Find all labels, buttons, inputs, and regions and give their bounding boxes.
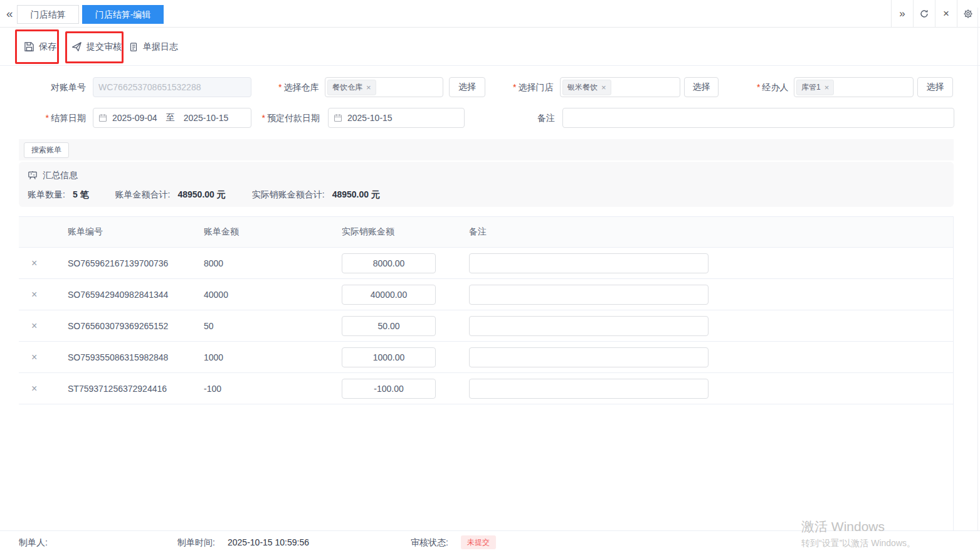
search-bills-button[interactable]: 搜索账单 xyxy=(24,142,69,158)
required-asterisk: * xyxy=(278,82,282,92)
refresh-icon[interactable] xyxy=(913,0,935,28)
pay-date-picker[interactable]: 2025-10-15 xyxy=(328,108,465,128)
tab-label: 门店结算 xyxy=(31,9,66,19)
date-range-separator: 至 xyxy=(166,112,175,124)
handler-field[interactable]: 库管1 × xyxy=(794,77,914,97)
tab-label: 门店结算-编辑 xyxy=(95,9,151,19)
delete-row-icon[interactable]: × xyxy=(31,289,37,300)
collapse-sidebar-icon[interactable]: « xyxy=(6,0,13,28)
paper-plane-icon xyxy=(71,41,82,52)
bill-amount-total-value: 48950.00 元 xyxy=(177,189,225,201)
actual-amount-input[interactable] xyxy=(342,285,436,305)
submit-review-button[interactable]: 提交审核 xyxy=(71,28,122,66)
audit-status-label: 审核状态: xyxy=(411,531,448,553)
statement-no-label: 对账单号 xyxy=(19,77,86,97)
content-right-border xyxy=(977,8,978,553)
delete-row-icon[interactable]: × xyxy=(31,320,37,331)
expand-tabs-icon[interactable]: » xyxy=(891,0,913,28)
remark-input[interactable] xyxy=(568,108,949,127)
save-label: 保存 xyxy=(39,41,56,53)
actual-amount-input[interactable] xyxy=(342,347,436,367)
created-time-value: 2025-10-15 10:59:56 xyxy=(228,531,309,553)
remark-label: 备注 xyxy=(514,108,555,128)
store-field[interactable]: 银米餐饮 × xyxy=(560,77,680,97)
store-settlement-edit-page: « 门店结算 门店结算-编辑 » × xyxy=(0,0,980,553)
bill-amount: 50 xyxy=(204,321,342,331)
required-asterisk: * xyxy=(513,82,516,92)
document-log-button[interactable]: 单据日志 xyxy=(129,28,178,66)
row-remark-input[interactable] xyxy=(469,285,709,305)
document-log-icon xyxy=(129,42,139,52)
delete-row-icon[interactable]: × xyxy=(31,383,37,394)
row-remark-input[interactable] xyxy=(469,316,709,336)
summary-panel: 汇总信息 账单数量:5 笔 账单金额合计:48950.00 元 实际销账金额合计… xyxy=(19,162,954,207)
bill-amount: 8000 xyxy=(204,258,342,268)
table-row: × ST759371256372924416 -100 xyxy=(19,373,953,404)
settle-date-start: 2025-09-04 xyxy=(112,113,157,123)
remove-store-tag-icon[interactable]: × xyxy=(601,83,606,92)
calendar-icon xyxy=(98,113,107,122)
warehouse-field[interactable]: 餐饮仓库 × xyxy=(325,77,443,97)
delete-row-icon[interactable]: × xyxy=(31,258,37,268)
bill-amount: -100 xyxy=(204,384,342,394)
remark-field[interactable] xyxy=(562,108,954,128)
row-remark-input[interactable] xyxy=(469,379,709,399)
store-label: *选择门店 xyxy=(513,77,553,97)
bill-amount-total-label: 账单金额合计: xyxy=(115,189,171,201)
creator-label: 制单人: xyxy=(19,531,48,553)
bill-no: SO765942940982841344 xyxy=(68,290,204,300)
summary-title: 汇总信息 xyxy=(43,170,78,181)
table-row: × SO765603079369265152 50 xyxy=(19,310,953,342)
save-button[interactable]: 保存 xyxy=(24,28,56,66)
audit-status-badge: 未提交 xyxy=(461,535,496,549)
pay-date-label: *预定付款日期 xyxy=(246,108,320,128)
warehouse-select-button[interactable]: 选择 xyxy=(449,77,485,97)
required-asterisk: * xyxy=(46,113,49,123)
statement-no-field xyxy=(93,77,251,97)
settle-date-end: 2025-10-15 xyxy=(184,113,229,123)
calendar-icon xyxy=(334,113,342,122)
settings-gear-icon[interactable] xyxy=(957,0,979,28)
remove-handler-tag-icon[interactable]: × xyxy=(825,83,830,92)
handler-select-button[interactable]: 选择 xyxy=(917,77,953,97)
store-select-button[interactable]: 选择 xyxy=(684,77,719,97)
actual-amount-input[interactable] xyxy=(342,316,436,336)
bill-table-header: 账单编号 账单金额 实际销账金额 备注 xyxy=(19,216,953,248)
handler-tag: 库管1 × xyxy=(796,80,834,95)
actual-amount-input[interactable] xyxy=(342,379,436,399)
remove-warehouse-tag-icon[interactable]: × xyxy=(366,83,371,92)
summary-board-icon xyxy=(28,171,38,181)
save-icon xyxy=(24,41,34,52)
bill-search-strip: 搜索账单 xyxy=(19,139,954,161)
warehouse-tag: 餐饮仓库 × xyxy=(327,80,376,95)
row-remark-input[interactable] xyxy=(469,253,709,273)
handler-label: *经办人 xyxy=(757,77,788,97)
tab-bar-actions: » × xyxy=(891,0,979,28)
required-asterisk: * xyxy=(262,113,265,123)
created-time-label: 制单时间: xyxy=(177,531,215,553)
table-row: × SO759355086315982848 1000 xyxy=(19,342,953,373)
tab-store-settlement[interactable]: 门店结算 xyxy=(17,5,79,24)
bill-no: SO765962167139700736 xyxy=(68,258,204,268)
settle-date-range-picker[interactable]: 2025-09-04 至 2025-10-15 xyxy=(93,108,251,128)
table-row: × SO765942940982841344 40000 xyxy=(19,279,953,310)
store-tag: 银米餐饮 × xyxy=(562,80,611,95)
warehouse-label: *选择仓库 xyxy=(278,77,319,97)
close-tab-icon[interactable]: × xyxy=(935,0,957,28)
tab-store-settlement-edit[interactable]: 门店结算-编辑 xyxy=(82,5,164,24)
delete-row-icon[interactable]: × xyxy=(31,352,37,362)
bill-amount: 1000 xyxy=(204,352,342,362)
tab-bar: « 门店结算 门店结算-编辑 » × xyxy=(0,0,980,28)
bill-no: SO765603079369265152 xyxy=(68,321,204,331)
action-toolbar: 保存 提交审核 单据日志 xyxy=(0,28,980,66)
bill-count-value: 5 笔 xyxy=(73,189,89,201)
actual-amount-input[interactable] xyxy=(342,253,436,273)
col-remark: 备注 xyxy=(469,226,953,238)
bill-no: ST759371256372924416 xyxy=(68,384,204,394)
table-row: × SO765962167139700736 8000 xyxy=(19,248,953,279)
row-remark-input[interactable] xyxy=(469,347,709,367)
bill-count-label: 账单数量: xyxy=(28,189,65,201)
actual-amount-total-value: 48950.00 元 xyxy=(332,189,380,201)
bill-table: 账单编号 账单金额 实际销账金额 备注 × SO7659621671397007… xyxy=(19,216,954,530)
col-actual-amount: 实际销账金额 xyxy=(342,226,469,238)
